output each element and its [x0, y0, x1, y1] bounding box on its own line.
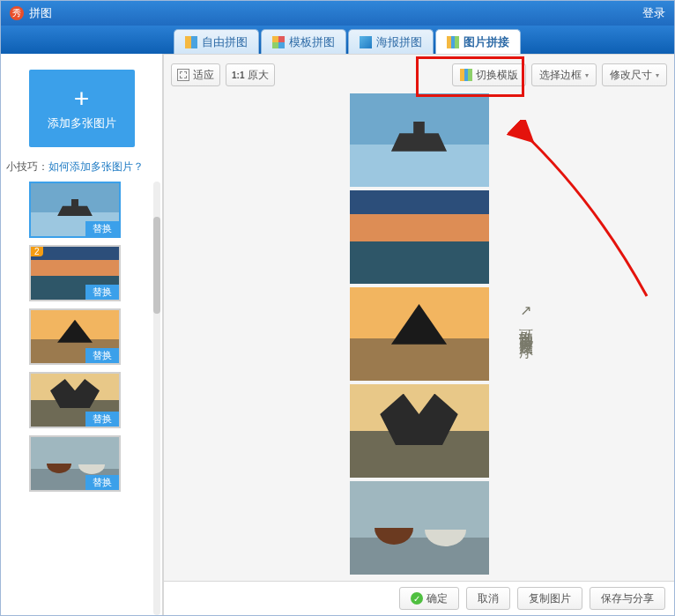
- sidebar: + 添加多张图片 小技巧：如何添加多张图片？ 替换2替换3替换4替换5替换: [1, 54, 163, 615]
- stitch-cell-3[interactable]: [350, 287, 489, 381]
- copy-image-button[interactable]: 复制图片: [517, 587, 582, 610]
- save-share-button[interactable]: 保存与分享: [590, 587, 665, 610]
- login-link[interactable]: 登录: [642, 5, 665, 21]
- tabstrip: 自由拼图 模板拼图 海报拼图 图片拼接: [1, 26, 674, 54]
- ok-button[interactable]: ✓ 确定: [399, 587, 459, 610]
- image-stitch-icon: [447, 36, 459, 48]
- thumbnail-2[interactable]: 2替换: [29, 245, 121, 301]
- stitch-cell-1[interactable]: [350, 93, 489, 187]
- scrollbar-handle[interactable]: [153, 217, 160, 314]
- workspace: 适应 1:1 原大 切换横版 选择边框 ▾ 修改尺寸 ▾: [163, 54, 674, 615]
- canvas-toolbar: 适应 1:1 原大 切换横版 选择边框 ▾ 修改尺寸 ▾: [164, 55, 674, 90]
- original-size-button[interactable]: 1:1 原大: [226, 63, 275, 86]
- switch-orientation-button[interactable]: 切换横版: [452, 63, 526, 86]
- tab-free-collage[interactable]: 自由拼图: [174, 29, 259, 55]
- stitch-cell-5[interactable]: [350, 481, 489, 575]
- free-collage-icon: [185, 36, 197, 48]
- resize-button[interactable]: 修改尺寸 ▾: [602, 63, 667, 86]
- thumbnail-4[interactable]: 4替换: [29, 372, 121, 428]
- cancel-button[interactable]: 取消: [466, 587, 510, 610]
- sidebar-scrollbar[interactable]: [153, 182, 160, 615]
- replace-button[interactable]: 替换: [85, 285, 119, 300]
- titlebar: 秀 拼图 登录: [1, 1, 674, 26]
- annotation-text: ↖可拖动图片更换顺序: [516, 305, 535, 334]
- tip-prefix: 小技巧：: [6, 160, 48, 173]
- one-to-one-icon: 1:1: [232, 71, 244, 80]
- tab-label: 自由拼图: [202, 34, 248, 50]
- sidebar-tip: 小技巧：如何添加多张图片？: [6, 160, 144, 174]
- add-images-label: 添加多张图片: [48, 115, 116, 131]
- thumb-index-badge: 2: [31, 247, 43, 256]
- resize-label: 修改尺寸: [610, 68, 652, 83]
- replace-button[interactable]: 替换: [85, 221, 119, 236]
- replace-button[interactable]: 替换: [85, 412, 119, 427]
- check-icon: ✓: [411, 592, 423, 605]
- stitch-cell-4[interactable]: [350, 384, 489, 478]
- tab-label: 海报拼图: [376, 34, 422, 50]
- tab-label: 图片拼接: [464, 34, 509, 50]
- thumbnail-5[interactable]: 5替换: [29, 435, 121, 492]
- cancel-label: 取消: [478, 591, 499, 606]
- original-size-label: 原大: [248, 68, 269, 83]
- chevron-down-icon: ▾: [585, 71, 589, 79]
- copy-image-label: 复制图片: [529, 591, 571, 606]
- fit-icon: [177, 69, 189, 81]
- orientation-icon: [460, 69, 472, 81]
- app-logo-icon: 秀: [10, 6, 24, 20]
- add-images-button[interactable]: + 添加多张图片: [29, 70, 135, 147]
- window-title: 拼图: [29, 5, 52, 21]
- tab-label: 模板拼图: [289, 34, 335, 50]
- canvas[interactable]: ↖可拖动图片更换顺序: [164, 93, 674, 580]
- select-border-label: 选择边框: [539, 68, 582, 83]
- annotation-arrow-icon: [497, 120, 673, 314]
- tab-image-stitch[interactable]: 图片拼接: [435, 29, 521, 55]
- template-collage-icon: [272, 36, 285, 48]
- save-share-label: 保存与分享: [601, 591, 654, 606]
- replace-button[interactable]: 替换: [85, 475, 119, 490]
- tip-link[interactable]: 如何添加多张图片？: [48, 160, 144, 173]
- tab-template-collage[interactable]: 模板拼图: [261, 29, 346, 55]
- fit-button[interactable]: 适应: [171, 63, 220, 86]
- thumbnail-1[interactable]: 替换: [29, 182, 121, 238]
- stitch-cell-2[interactable]: [350, 190, 489, 284]
- poster-collage-icon: [360, 36, 372, 48]
- chevron-down-icon: ▾: [656, 71, 659, 79]
- tab-poster-collage[interactable]: 海报拼图: [348, 29, 434, 55]
- ok-label: 确定: [427, 591, 448, 606]
- replace-button[interactable]: 替换: [85, 348, 119, 363]
- switch-orientation-label: 切换横版: [476, 68, 518, 83]
- footer: ✓ 确定 取消 复制图片 保存与分享: [164, 581, 674, 615]
- thumbnail-3[interactable]: 3替换: [29, 308, 121, 365]
- select-border-button[interactable]: 选择边框 ▾: [531, 63, 597, 86]
- plus-icon: +: [74, 85, 90, 112]
- fit-label: 适应: [193, 68, 214, 83]
